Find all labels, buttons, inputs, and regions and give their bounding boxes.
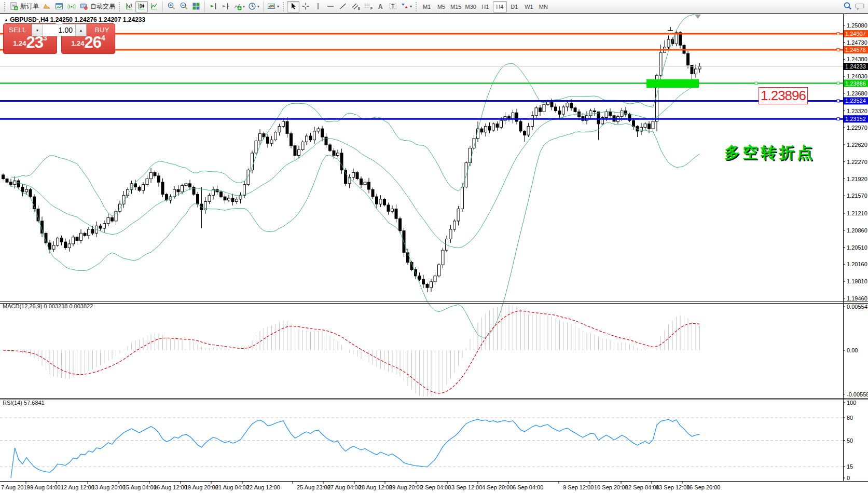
candlestick-chart-icon (137, 2, 146, 11)
ohlc-close: 1.24233 (123, 16, 145, 23)
autotrading-button[interactable]: 自动交易 (78, 1, 117, 12)
svg-text:4 Sep 20:00: 4 Sep 20:00 (482, 484, 513, 490)
autotrading-label: 自动交易 (90, 2, 115, 11)
zoom-out-button[interactable] (177, 1, 190, 12)
support-rectangle-object[interactable] (646, 79, 699, 88)
chart-shift-icon (222, 2, 230, 11)
svg-text:1.25080: 1.25080 (847, 22, 867, 29)
sell-label: SELL (9, 26, 26, 34)
line-chart-button[interactable] (148, 1, 160, 12)
timeframe-d1-button[interactable]: D1 (507, 1, 521, 12)
profiles-icon (43, 2, 51, 11)
tile-windows-button[interactable] (190, 1, 202, 12)
trendline-icon (339, 2, 347, 11)
bar-chart-button[interactable] (123, 1, 135, 12)
vertical-line-tool-button[interactable] (312, 1, 324, 12)
indicators-icon (233, 2, 242, 11)
svg-text:2 Sep 04:00: 2 Sep 04:00 (420, 484, 451, 490)
svg-text:0: 0 (847, 475, 850, 481)
signals-button[interactable] (65, 1, 78, 12)
svg-text:1.20860: 1.20860 (847, 227, 867, 234)
new-chart-button[interactable] (53, 1, 65, 12)
svg-text:13 Sep 12:00: 13 Sep 12:00 (656, 484, 690, 490)
hline-anchor[interactable] (755, 82, 757, 85)
timeframe-h1-button[interactable]: H1 (478, 1, 492, 12)
svg-text:12 Sep 04:00: 12 Sep 04:00 (625, 484, 659, 490)
timeframe-mn-button[interactable]: MN (536, 1, 550, 12)
toolbar-separator (263, 2, 264, 12)
trendline-tool-button[interactable] (337, 1, 349, 12)
timeframe-m30-button[interactable]: M30 (463, 1, 477, 12)
arrows-tool-button[interactable]: ▾ (399, 1, 414, 12)
price-callout-box[interactable]: 1.23896 (759, 87, 808, 104)
svg-text:15 Aug 04:00: 15 Aug 04:00 (123, 484, 157, 490)
toolbar-grip[interactable] (283, 2, 285, 11)
svg-text:1.24030: 1.24030 (847, 73, 867, 79)
volume-input[interactable] (43, 24, 75, 36)
svg-text:1.22970: 1.22970 (847, 125, 867, 131)
svg-text:29 Aug 20:00: 29 Aug 20:00 (389, 484, 423, 490)
arrows-icon (401, 2, 409, 11)
timeframe-h4-button[interactable]: H4 (493, 1, 507, 12)
svg-text:10 Sep 20:00: 10 Sep 20:00 (594, 484, 628, 490)
svg-text:1.21920: 1.21920 (847, 176, 867, 182)
dropdown-arrow-icon: ▾ (410, 4, 412, 9)
dropdown-arrow-icon: ▾ (277, 4, 279, 9)
equidistant-channel-tool-button[interactable]: E (349, 1, 362, 12)
svg-text:15: 15 (847, 463, 853, 470)
toolbar-grip[interactable] (119, 2, 121, 11)
svg-text:9 Sep 12:00: 9 Sep 12:00 (563, 484, 594, 490)
svg-text:7 Aug 2019: 7 Aug 2019 (1, 484, 30, 490)
chat-button[interactable] (853, 1, 866, 12)
search-button[interactable] (841, 1, 853, 12)
crosshair-tool-button[interactable] (299, 1, 312, 12)
svg-text:16 Aug 12:00: 16 Aug 12:00 (154, 484, 187, 490)
new-chart-icon (55, 2, 63, 11)
svg-text:21 Aug 04:00: 21 Aug 04:00 (215, 484, 249, 490)
volume-control: ▼ ▲ (32, 24, 87, 36)
auto-scroll-button[interactable] (207, 1, 219, 12)
toolbar-grip[interactable] (416, 2, 418, 11)
svg-text:1.20160: 1.20160 (847, 261, 867, 267)
indicators-button[interactable]: ▾ (232, 1, 246, 12)
svg-text:1.24576: 1.24576 (845, 47, 866, 53)
text-a-icon: A (377, 2, 384, 11)
volume-decrease-button[interactable]: ▼ (32, 24, 43, 36)
candlestick-chart-button[interactable] (135, 1, 148, 12)
volume-increase-button[interactable]: ▲ (75, 24, 86, 36)
svg-text:1.24907: 1.24907 (845, 31, 866, 37)
tile-windows-icon (192, 2, 200, 11)
timeframe-m5-button[interactable]: M5 (434, 1, 448, 12)
timeframe-m15-button[interactable]: M15 (449, 1, 463, 12)
horizontal-line-tool-button[interactable] (324, 1, 337, 12)
cursor-tool-button[interactable] (287, 1, 299, 12)
profiles-button[interactable] (40, 1, 53, 12)
svg-text:0.00: 0.00 (847, 347, 858, 353)
text-label-tool-button[interactable]: T (387, 1, 399, 12)
cursor-icon (289, 2, 297, 11)
svg-text:A: A (378, 3, 383, 10)
chart-shift-button[interactable] (219, 1, 232, 12)
ohlc-low: 1.24207 (99, 16, 121, 23)
text-tool-button[interactable]: A (374, 1, 387, 12)
svg-text:3 Sep 12:00: 3 Sep 12:00 (451, 484, 482, 490)
svg-text:22 Aug 12:00: 22 Aug 12:00 (246, 484, 280, 490)
collapse-arrow-icon[interactable]: ▲ (4, 18, 8, 22)
svg-text:1.21570: 1.21570 (847, 193, 867, 199)
toolbar-grip[interactable] (4, 2, 6, 11)
timeframe-m1-button[interactable]: M1 (420, 1, 434, 12)
fibonacci-tool-button[interactable]: F (362, 1, 374, 12)
zoom-in-button[interactable] (165, 1, 177, 12)
svg-text:80: 80 (847, 415, 853, 421)
svg-text:1.24380: 1.24380 (847, 56, 867, 62)
chart-annotation-text[interactable]: 多空转折点 (724, 142, 815, 163)
svg-text:9 Aug 04:00: 9 Aug 04:00 (30, 484, 61, 490)
timeframe-w1-button[interactable]: W1 (522, 1, 536, 12)
new-order-label: 新订单 (20, 2, 39, 11)
periods-button[interactable]: ▾ (246, 1, 261, 12)
price-chart[interactable]: 1.250801.247301.243801.240301.236801.233… (0, 13, 868, 493)
new-order-icon (10, 2, 18, 11)
svg-text:-0.005583: -0.005583 (847, 391, 868, 398)
new-order-button[interactable]: 新订单 (8, 1, 40, 12)
templates-button[interactable]: ▾ (266, 1, 281, 12)
